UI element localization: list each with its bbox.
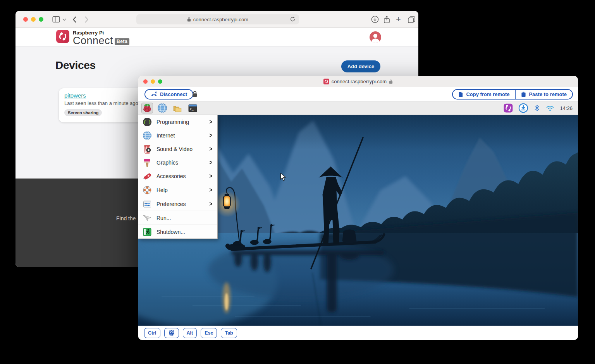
shutdown-icon bbox=[142, 227, 152, 237]
browser-titlebar: connect.raspberrypi.com + bbox=[15, 11, 418, 28]
clipboard-actions: Copy from remote Paste to remote bbox=[452, 89, 573, 100]
connect-tray-icon[interactable] bbox=[503, 103, 513, 113]
globe-icon bbox=[157, 103, 167, 113]
programming-icon: { } bbox=[142, 117, 152, 127]
brand-text: Raspberry Pi Connect Beta bbox=[73, 30, 129, 46]
menu-item-help[interactable]: Help > bbox=[138, 183, 217, 197]
raspberry-icon bbox=[168, 330, 175, 337]
menu-item-label: Graphics bbox=[156, 160, 178, 166]
account-avatar[interactable] bbox=[370, 31, 381, 43]
updater-tray-icon[interactable] bbox=[518, 103, 528, 113]
zoom-button[interactable] bbox=[39, 17, 43, 22]
menu-item-label: Shutdown... bbox=[156, 229, 185, 235]
sidebar-icon[interactable] bbox=[52, 11, 60, 28]
wifi-icon[interactable] bbox=[545, 104, 555, 112]
copy-label: Copy from remote bbox=[466, 91, 509, 97]
brand-product: Connect bbox=[73, 36, 113, 46]
menu-item-label: Internet bbox=[156, 132, 175, 139]
reload-icon[interactable] bbox=[290, 16, 296, 22]
remote-window: connect.raspberrypi.com Disconnect bbox=[138, 76, 578, 340]
run-icon bbox=[142, 213, 152, 223]
graphics-icon bbox=[142, 158, 152, 168]
session-lock-icon bbox=[192, 91, 198, 97]
menu-item-label: Sound & Video bbox=[156, 146, 193, 152]
taskbar-clock: 14:26 bbox=[560, 105, 573, 111]
chevron-down-icon[interactable] bbox=[62, 11, 66, 28]
connect-logo bbox=[56, 30, 69, 46]
bluetooth-icon[interactable] bbox=[533, 104, 540, 112]
device-name-link[interactable]: pitowers bbox=[64, 92, 86, 99]
beta-badge: Beta bbox=[115, 38, 129, 45]
chevron-right-icon: > bbox=[209, 132, 212, 139]
menu-item-shutdown[interactable]: Shutdown... bbox=[138, 225, 217, 239]
svg-text:{ }: { } bbox=[143, 120, 151, 125]
key-raspberry[interactable] bbox=[164, 328, 179, 338]
taskbar-launchers: >_ bbox=[141, 103, 198, 113]
accessories-icon bbox=[142, 171, 152, 181]
menu-item-label: Programming bbox=[156, 119, 189, 125]
folders-icon bbox=[172, 103, 182, 113]
key-ctrl[interactable]: Ctrl bbox=[144, 328, 160, 338]
sound-video-icon bbox=[142, 144, 152, 154]
remote-toolbar: Disconnect Copy from remote Paste to rem… bbox=[138, 87, 578, 101]
key-tab[interactable]: Tab bbox=[221, 328, 237, 338]
minimize-button[interactable] bbox=[31, 17, 36, 22]
menu-item-label: Run... bbox=[156, 215, 171, 221]
menu-item-preferences[interactable]: Preferences > bbox=[138, 197, 217, 211]
device-last-seen: Last seen less than a minute ago bbox=[64, 100, 150, 106]
disconnect-button[interactable]: Disconnect bbox=[144, 89, 193, 100]
remote-taskbar: >_ bbox=[138, 101, 578, 115]
file-manager-button[interactable] bbox=[172, 103, 183, 113]
add-device-button[interactable]: Add device bbox=[341, 60, 380, 72]
connect-brand: Raspberry Pi Connect Beta bbox=[56, 30, 129, 46]
menu-item-label: Preferences bbox=[156, 201, 186, 207]
remote-titlebar: connect.raspberrypi.com bbox=[138, 76, 578, 87]
menu-item-run[interactable]: Run... bbox=[138, 211, 217, 225]
taskbar-tray: 14:26 bbox=[503, 103, 573, 113]
screen: connect.raspberrypi.com + bbox=[0, 0, 595, 364]
applications-menu: { } Programming > Internet > bbox=[138, 115, 218, 239]
key-alt[interactable]: Alt bbox=[183, 328, 197, 338]
svg-text:>_: >_ bbox=[189, 106, 194, 110]
key-esc[interactable]: Esc bbox=[201, 328, 217, 338]
address-bar[interactable]: connect.raspberrypi.com bbox=[136, 14, 299, 24]
connect-favicon bbox=[323, 79, 329, 84]
lock-icon bbox=[389, 79, 393, 84]
forward-icon[interactable] bbox=[84, 11, 89, 28]
menu-item-internet[interactable]: Internet > bbox=[138, 129, 217, 142]
chevron-right-icon: > bbox=[209, 118, 212, 125]
lock-icon bbox=[187, 17, 191, 22]
chevron-right-icon: > bbox=[209, 186, 212, 194]
paste-icon bbox=[521, 91, 526, 97]
downloads-icon[interactable] bbox=[371, 11, 379, 28]
tab-overview-icon[interactable] bbox=[408, 11, 416, 28]
page-title: Devices bbox=[55, 59, 96, 72]
web-browser-button[interactable] bbox=[156, 103, 168, 113]
close-button[interactable] bbox=[23, 17, 28, 22]
raspberry-menu-button[interactable] bbox=[141, 103, 153, 113]
terminal-button[interactable]: >_ bbox=[187, 103, 198, 113]
menu-item-programming[interactable]: { } Programming > bbox=[138, 115, 217, 129]
menu-item-graphics[interactable]: Graphics > bbox=[138, 156, 217, 169]
raspberry-icon bbox=[143, 103, 152, 113]
phone-disconnect-icon bbox=[151, 91, 157, 98]
site-header: Raspberry Pi Connect Beta bbox=[15, 28, 418, 46]
screen-sharing-badge: Screen sharing bbox=[64, 109, 102, 116]
internet-icon bbox=[142, 130, 152, 141]
paste-to-remote-button[interactable]: Paste to remote bbox=[515, 89, 573, 100]
url-text: connect.raspberrypi.com bbox=[193, 17, 248, 22]
copy-icon bbox=[458, 91, 463, 97]
share-icon[interactable] bbox=[383, 11, 390, 28]
back-icon[interactable] bbox=[72, 11, 77, 28]
footer-text: Find the bbox=[116, 215, 136, 221]
chevron-right-icon: > bbox=[209, 172, 212, 180]
new-tab-icon[interactable]: + bbox=[396, 11, 401, 28]
remote-desktop[interactable]: { } Programming > Internet > bbox=[138, 115, 578, 326]
menu-item-sound-video[interactable]: Sound & Video > bbox=[138, 142, 217, 156]
disconnect-label: Disconnect bbox=[160, 91, 187, 97]
traffic-lights bbox=[23, 17, 43, 22]
copy-from-remote-button[interactable]: Copy from remote bbox=[452, 89, 515, 100]
help-icon bbox=[142, 185, 152, 195]
menu-item-label: Help bbox=[156, 187, 168, 193]
menu-item-accessories[interactable]: Accessories > bbox=[138, 169, 217, 183]
